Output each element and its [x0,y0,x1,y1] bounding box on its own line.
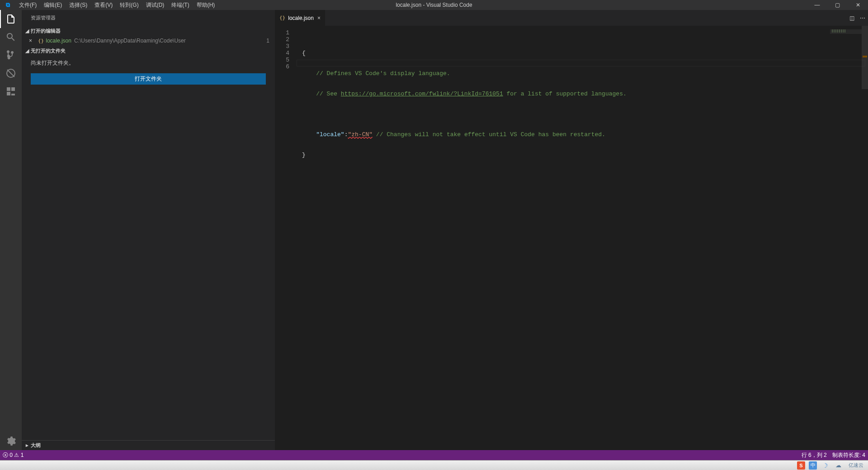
more-icon[interactable]: ⋯ [860,15,865,21]
code-comment: for a list of supported languages. [503,90,627,97]
outline-header[interactable]: ▸ 大纲 [22,440,275,450]
maximize-button[interactable]: ▢ [827,0,848,10]
warning-count: 1 [21,452,24,458]
menubar: 文件(F) 编辑(E) 选择(S) 查看(V) 转到(G) 调试(D) 终端(T… [15,0,218,10]
titlebar: ⧉ 文件(F) 编辑(E) 选择(S) 查看(V) 转到(G) 调试(D) 终端… [0,0,868,10]
moon-icon[interactable]: ☽ [821,461,830,470]
code-token: { [302,50,306,57]
activity-extensions[interactable] [0,82,22,100]
statusbar: ⓧ 0 ⚠ 1 行 6，列 2 制表符长度: 4 [0,450,868,460]
status-cursor[interactable]: 行 6，列 2 [799,450,830,460]
nofolder-message: 尚未打开文件夹。 [22,56,275,71]
line-number: 4 [275,50,297,57]
code-key: "locale" [316,131,344,138]
menu-terminal[interactable]: 终端(T) [168,0,193,10]
json-file-icon: {} [38,38,44,44]
status-problems[interactable]: ⓧ 0 ⚠ 1 [0,450,26,460]
chevron-down-icon: ◢ [24,28,31,34]
window-title: locale.json - Visual Studio Code [396,2,472,8]
taskbar-tray: S 中 ☽ ☁ 亿速云 [0,460,868,470]
close-icon[interactable]: × [317,15,321,21]
brand-watermark: 亿速云 [847,461,865,470]
tab-label: locale.json [288,15,314,21]
open-editor-path: C:\Users\Danny\AppData\Roaming\Code\User [74,38,186,44]
open-folder-button[interactable]: 打开文件夹 [31,73,266,85]
menu-go[interactable]: 转到(G) [116,0,142,10]
activity-search[interactable] [0,28,22,46]
code-comment: // See [316,90,341,97]
outline-label: 大纲 [31,442,41,449]
main-area: 资源管理器 ◢ 打开的编辑器 × {} locale.json C:\Users… [0,10,868,450]
nofolder-header[interactable]: ◢ 无打开的文件夹 [22,46,275,56]
vertical-scrollbar[interactable] [862,26,868,450]
open-editor-item[interactable]: × {} locale.json C:\Users\Danny\AppData\… [22,36,275,46]
files-icon [5,14,16,24]
code-string-error: "zh-CN" [348,131,373,138]
activity-settings[interactable] [0,432,22,450]
close-icon[interactable]: × [29,38,36,44]
activity-debug[interactable] [0,64,22,82]
menu-edit[interactable]: 编辑(E) [40,0,66,10]
code-link[interactable]: https://go.microsoft.com/fwlink/?LinkId=… [341,90,503,97]
line-number: 3 [275,43,297,50]
menu-file[interactable]: 文件(F) [15,0,40,10]
minimap-content [832,29,860,33]
nofolder-label: 无打开的文件夹 [31,47,66,54]
activitybar [0,10,22,450]
line-number: 1 [275,29,297,36]
warning-icon: ⚠ [14,452,19,458]
code-comment: // Changes will not take effect until VS… [373,131,605,138]
chevron-right-icon: ▸ [24,442,31,448]
tabs-row: {} locale.json × ◫ ⋯ [275,10,868,26]
status-right: 行 6，列 2 制表符长度: 4 [799,450,868,460]
menu-view[interactable]: 查看(V) [91,0,116,10]
open-editor-badge: 1 [266,38,269,44]
overview-warning-mark [863,56,867,57]
menu-debug[interactable]: 调试(D) [142,0,168,10]
search-icon [5,32,16,43]
code-content[interactable]: { // Defines VS Code's display language.… [297,26,868,450]
activity-scm[interactable] [0,46,22,64]
ime-language-icon[interactable]: 中 [809,461,817,470]
extensions-icon [5,86,16,97]
minimize-button[interactable]: — [807,0,827,10]
tab-locale-json[interactable]: {} locale.json × [275,10,326,26]
gear-icon [5,436,16,446]
sidebar-title: 资源管理器 [22,10,275,26]
split-editor-icon[interactable]: ◫ [849,15,854,21]
json-file-icon: {} [279,15,285,21]
open-editors-label: 打开的编辑器 [31,28,61,34]
line-number: 2 [275,36,297,43]
error-count: 0 [9,452,13,458]
status-indent[interactable]: 制表符长度: 4 [830,450,868,460]
window-controls: — ▢ ✕ [807,0,868,10]
ime-sogou-icon[interactable]: S [797,461,805,470]
error-icon: ⓧ [3,451,8,459]
open-editor-filename: locale.json [46,38,71,44]
cloud-icon[interactable]: ☁ [834,461,843,470]
sidebar-explorer: 资源管理器 ◢ 打开的编辑器 × {} locale.json C:\Users… [22,10,275,450]
source-control-icon [5,50,16,61]
menu-select[interactable]: 选择(S) [66,0,91,10]
current-line-highlight [297,60,865,66]
line-gutter: 1 2 3 4 5 6 [275,26,297,450]
code-token: } [302,152,306,158]
debug-icon [5,68,16,79]
menu-help[interactable]: 帮助(H) [193,0,219,10]
close-button[interactable]: ✕ [848,0,868,10]
vscode-logo-icon: ⧉ [0,1,15,9]
code-comment: // Defines VS Code's display language. [316,70,450,77]
open-editors-header[interactable]: ◢ 打开的编辑器 [22,26,275,36]
line-number: 6 [275,63,297,70]
line-number: 5 [275,57,297,63]
activity-explorer[interactable] [0,10,22,28]
editor-area: {} locale.json × ◫ ⋯ 1 2 3 4 5 6 { // D [275,10,868,450]
editor-body[interactable]: 1 2 3 4 5 6 { // Defines VS Code's displ… [275,26,868,450]
chevron-down-icon: ◢ [24,48,31,54]
editor-actions: ◫ ⋯ [849,10,868,26]
